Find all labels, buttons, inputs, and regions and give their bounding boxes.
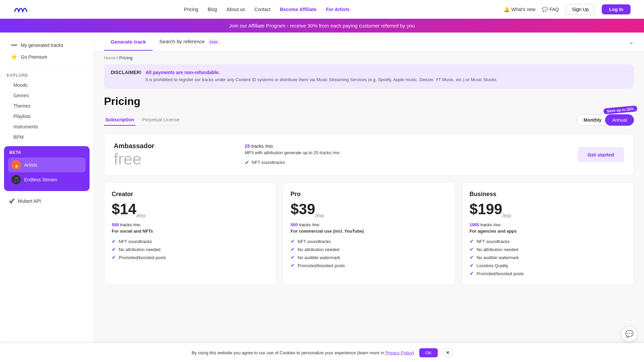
pro-feature-3: ✔Promoted/boosted posts xyxy=(290,262,447,268)
bell-icon: 🔔 xyxy=(504,7,509,12)
sidebar-item-moods[interactable]: Moods xyxy=(3,80,91,90)
artists-icon: 🔥 xyxy=(11,160,21,170)
check-p3: ✔ xyxy=(290,262,295,268)
nav-links: Pricing Blog About us Contact Become Aff… xyxy=(184,7,350,12)
ambassador-left: Ambassador free xyxy=(114,142,238,167)
sidebar-item-playlists[interactable]: Playlists xyxy=(3,111,91,121)
ambassador-right: 25 tracks /mo MP3 with attribution gener… xyxy=(238,143,500,166)
business-tracks-num: 1000 xyxy=(470,222,479,227)
pro-name: Pro xyxy=(290,191,447,198)
sidebar: 〰️ My generated tracks ⭐ Go Premium EXPL… xyxy=(0,33,94,361)
cookie-ok-button[interactable]: OK xyxy=(419,348,438,357)
stream-icon: 🎵 xyxy=(11,175,21,184)
faq-link[interactable]: 💬 FAQ xyxy=(542,7,559,12)
navbar: Pricing Blog About us Contact Become Aff… xyxy=(0,0,644,19)
biz-feature-0: ✔NFT soundtracks xyxy=(470,238,626,244)
disclaimer-box: DISCLAIMER! All payments are non-refunda… xyxy=(104,64,634,88)
get-started-button[interactable]: Get started xyxy=(578,147,624,162)
breadcrumb-separator: / xyxy=(117,55,119,60)
chat-icon: 💬 xyxy=(625,330,634,338)
disclaimer-title: DISCLAIMER! xyxy=(111,70,142,75)
sidebar-top: 〰️ My generated tracks ⭐ Go Premium xyxy=(0,39,94,63)
main-layout: 〰️ My generated tracks ⭐ Go Premium EXPL… xyxy=(0,33,644,361)
login-button[interactable]: Log In xyxy=(602,4,631,14)
check-b1: ✔ xyxy=(470,246,474,252)
explore-label: EXPLORE xyxy=(0,71,94,80)
tab-items: Generate track Search by reference beta xyxy=(104,33,226,50)
beta-badge: beta xyxy=(208,39,219,45)
breadcrumb-home[interactable]: Home xyxy=(104,55,116,60)
biz-feature-2: ✔No audible watermark xyxy=(470,254,626,260)
pro-feature-1: ✔No attribution needed xyxy=(290,246,447,252)
logo[interactable] xyxy=(13,5,30,14)
pro-tracks-num: 500 xyxy=(290,222,298,227)
biz-feature-3: ✔Lossless Quality xyxy=(470,262,626,268)
pro-feature-0: ✔NFT soundtracks xyxy=(290,238,447,244)
sidebar-item-endless-stream[interactable]: 🎵 Endless Stream xyxy=(8,172,86,187)
check-1: ✔ xyxy=(112,246,116,252)
biz-feature-1: ✔No attribution needed xyxy=(470,246,626,252)
ambassador-tracks: 25 tracks /mo xyxy=(245,143,493,149)
chat-button[interactable]: 💬 xyxy=(621,326,637,342)
check-p2: ✔ xyxy=(290,254,295,260)
rocket-icon: 🚀 xyxy=(9,198,14,204)
sidebar-item-instruments[interactable]: Instruments xyxy=(3,122,91,132)
ambassador-cta: Get started xyxy=(500,147,625,162)
signup-button[interactable]: Sign Up xyxy=(566,4,595,15)
privacy-policy-link[interactable]: Privacy Policy xyxy=(385,350,413,355)
check-icon-nft: ✔ xyxy=(245,159,249,166)
breadcrumb: Home / Pricing xyxy=(94,51,644,64)
breadcrumb-current: Pricing xyxy=(119,55,133,60)
expand-icon[interactable]: ⌄ xyxy=(629,38,634,46)
sidebar-item-mubert-api[interactable]: 🚀 Mubert API xyxy=(4,195,90,207)
sidebar-item-bpm[interactable]: BPM xyxy=(3,132,91,142)
toggle-annual[interactable]: Annual xyxy=(605,114,634,126)
sidebar-item-genres[interactable]: Genres xyxy=(3,90,91,101)
check-p0: ✔ xyxy=(290,238,295,244)
check-b2: ✔ xyxy=(470,254,474,260)
disclaimer-content: All payments are non-refundable. It is p… xyxy=(146,70,496,83)
plan-cards: Creator $14/mo 500 tracks /mo For social… xyxy=(104,182,634,285)
business-name: Business xyxy=(470,191,626,198)
pro-features: ✔NFT soundtracks ✔No attribution needed … xyxy=(290,238,447,268)
creator-name: Creator xyxy=(112,191,268,198)
nav-contact[interactable]: Contact xyxy=(254,7,270,12)
nav-blog[interactable]: Blog xyxy=(208,7,217,12)
nav-about[interactable]: About us xyxy=(226,7,245,12)
sidebar-divider-1 xyxy=(7,67,87,67)
sidebar-item-themes[interactable]: Themes xyxy=(3,101,91,111)
pro-for: For commercial use (incl. YouTube) xyxy=(290,229,447,234)
nav-for-artists[interactable]: For Artists xyxy=(326,7,350,12)
ambassador-feature-nft: ✔ NFT soundtracks xyxy=(245,159,493,166)
creator-tracks-num: 500 xyxy=(112,222,119,227)
sidebar-item-artists[interactable]: 🔥 Artists xyxy=(8,158,86,172)
pro-price: $39/mo xyxy=(290,202,447,219)
tab-generate-track[interactable]: Generate track xyxy=(104,34,153,51)
affiliate-banner[interactable]: Join our Affiliate Program - receive 30%… xyxy=(0,19,644,33)
creator-price: $14/mo xyxy=(112,202,268,219)
waves-icon: 〰️ xyxy=(11,42,17,48)
nav-affiliate[interactable]: Become Affiliate xyxy=(280,7,317,12)
api-section: 🚀 Mubert API xyxy=(4,195,90,207)
toggle-monthly[interactable]: Monthly xyxy=(577,114,609,126)
beta-label: BETA xyxy=(8,150,86,155)
ambassador-name: Ambassador xyxy=(114,142,238,150)
nav-pricing[interactable]: Pricing xyxy=(184,7,198,12)
pricing-title: Pricing xyxy=(104,95,634,108)
ambassador-tracks-num: 25 xyxy=(245,143,250,149)
tab-perpetual[interactable]: Perpetual License xyxy=(141,114,181,126)
nav-right: 🔔 What's new 💬 FAQ Sign Up Log In xyxy=(504,4,631,15)
creator-feature-2: ✔Promoted/boosted posts xyxy=(112,254,268,260)
sidebar-item-go-premium[interactable]: ⭐ Go Premium xyxy=(7,51,87,63)
ambassador-price: free xyxy=(114,151,238,167)
check-b0: ✔ xyxy=(470,238,474,244)
whats-new-link[interactable]: 🔔 What's new xyxy=(504,7,535,12)
check-0: ✔ xyxy=(112,238,116,244)
tab-search-reference[interactable]: Search by reference beta xyxy=(153,33,226,51)
tab-subscription[interactable]: Subscription xyxy=(104,114,136,126)
cookie-close-button[interactable]: ✕ xyxy=(443,348,452,357)
sidebar-item-my-tracks[interactable]: 〰️ My generated tracks xyxy=(7,39,87,51)
ambassador-desc: MP3 with attribution generate up to 25 t… xyxy=(245,150,493,155)
cookie-text: By using this website you agree to our u… xyxy=(192,350,414,355)
star-icon: ⭐ xyxy=(11,54,17,60)
